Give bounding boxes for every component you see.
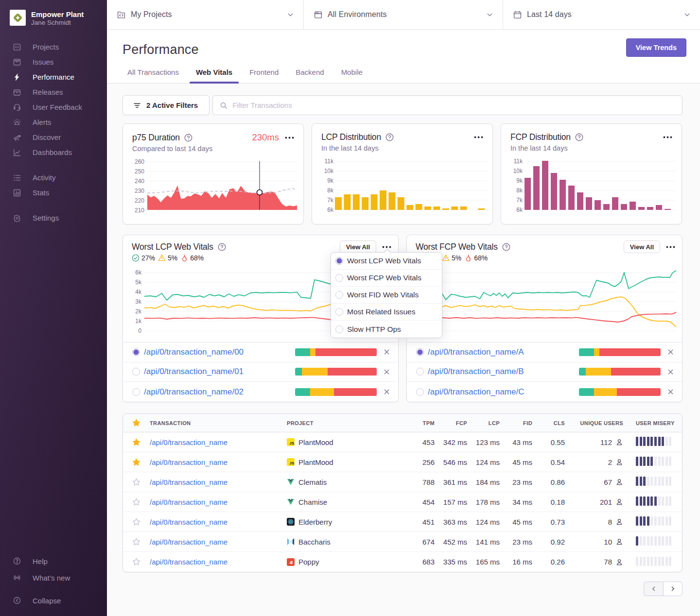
svg-text:10k: 10k: [513, 168, 523, 174]
svg-text:11k: 11k: [514, 158, 523, 165]
svg-text:2k: 2k: [135, 308, 142, 315]
svg-text:9k: 9k: [516, 177, 523, 184]
svg-text:8k: 8k: [516, 187, 523, 194]
svg-text:3k: 3k: [135, 298, 142, 305]
svg-text:0: 0: [138, 327, 141, 334]
svg-text:1k: 1k: [135, 318, 142, 325]
svg-text:7k: 7k: [516, 197, 523, 204]
svg-text:210: 210: [135, 207, 144, 214]
svg-text:7k: 7k: [327, 197, 334, 204]
svg-text:220: 220: [135, 197, 144, 204]
svg-text:6k: 6k: [327, 206, 334, 213]
svg-text:6k: 6k: [135, 269, 142, 276]
svg-text:9k: 9k: [327, 177, 334, 184]
svg-text:8k: 8k: [327, 187, 334, 194]
svg-text:10k: 10k: [324, 168, 334, 174]
svg-text:230: 230: [135, 188, 144, 194]
svg-text:11k: 11k: [325, 158, 334, 165]
svg-text:260: 260: [135, 158, 144, 165]
svg-text:5k: 5k: [135, 279, 142, 286]
svg-text:6k: 6k: [516, 206, 523, 213]
svg-text:4k: 4k: [135, 289, 142, 295]
svg-text:240: 240: [135, 178, 144, 185]
svg-text:250: 250: [135, 168, 144, 175]
